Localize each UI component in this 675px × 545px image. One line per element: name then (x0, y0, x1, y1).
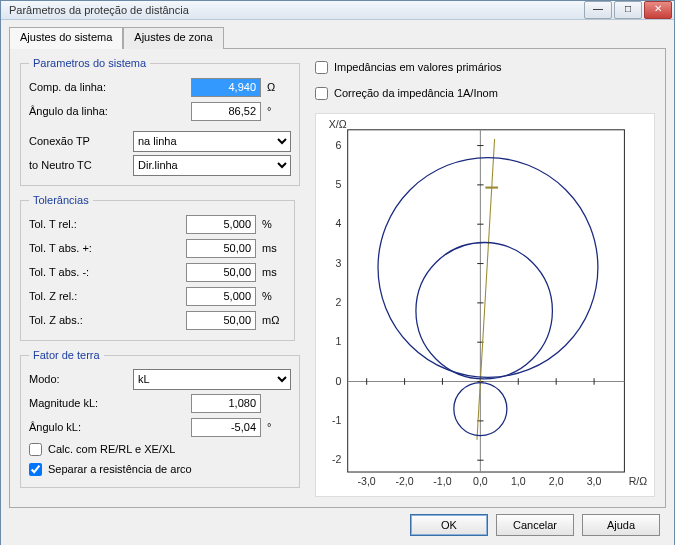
tab-panel: Parametros do sistema Comp. da linha: 4,… (9, 48, 666, 508)
tol-zrel-unit: % (260, 290, 286, 302)
help-button[interactable]: Ajuda (582, 514, 660, 536)
group-ground-factor: Fator de terra Modo: kL Magnitude kL: 1,… (20, 349, 300, 488)
ok-button[interactable]: OK (410, 514, 488, 536)
group-tolerances-legend: Tolerâncias (29, 194, 93, 206)
group-tolerances: Tolerâncias Tol. T rel.: 5,000 % Tol. T … (20, 194, 295, 341)
maximize-button[interactable]: □ (614, 1, 642, 19)
tol-tabsminus-input[interactable]: 50,00 (186, 263, 256, 282)
primary-values-checkbox[interactable]: Impedâncias em valores primários (315, 57, 655, 77)
tol-tabsminus-unit: ms (260, 266, 286, 278)
separate-arc-label: Separar a resistência de arco (48, 463, 192, 475)
tol-zrel-input[interactable]: 5,000 (186, 287, 256, 306)
svg-text:-1,0: -1,0 (433, 475, 451, 487)
tol-trel-unit: % (260, 218, 286, 230)
right-column: Impedâncias em valores primários Correçã… (315, 57, 655, 497)
tol-zrel-label: Tol. Z rel.: (29, 290, 129, 302)
svg-text:4: 4 (335, 217, 341, 229)
primary-values-label: Impedâncias em valores primários (334, 61, 502, 73)
magnitude-kl-label: Magnitude kL: (29, 397, 129, 409)
svg-text:3: 3 (335, 257, 341, 269)
svg-text:-2,0: -2,0 (395, 475, 413, 487)
tol-zabs-input[interactable]: 50,00 (186, 311, 256, 330)
svg-text:1,0: 1,0 (511, 475, 526, 487)
mode-select[interactable]: kL (133, 369, 291, 390)
correction-input[interactable] (315, 87, 328, 100)
group-ground-legend: Fator de terra (29, 349, 104, 361)
svg-text:R/Ω: R/Ω (629, 475, 648, 487)
calc-re-xe-checkbox[interactable]: Calc. com RE/RL e XE/XL (29, 439, 291, 459)
line-length-unit: Ω (265, 81, 291, 93)
svg-text:0: 0 (335, 375, 341, 387)
calc-re-xe-input[interactable] (29, 443, 42, 456)
separate-arc-checkbox[interactable]: Separar a resistência de arco (29, 459, 291, 479)
tabstrip: Ajustes do sistema Ajustes de zona (9, 26, 666, 48)
minimize-button[interactable]: — (584, 1, 612, 19)
tab-system-settings[interactable]: Ajustes do sistema (9, 27, 123, 49)
tol-tabsplus-unit: ms (260, 242, 286, 254)
client-area: Ajustes do sistema Ajustes de zona Param… (1, 20, 674, 545)
tol-tabsplus-label: Tol. T abs. +: (29, 242, 129, 254)
angle-kl-input[interactable]: -5,04 (191, 418, 261, 437)
chart-svg: -3,0-2,0-1,00,01,02,03,0-2-10123456X/ΩR/… (316, 114, 654, 496)
svg-text:0,0: 0,0 (473, 475, 488, 487)
tol-zabs-unit: mΩ (260, 314, 286, 326)
svg-text:2,0: 2,0 (549, 475, 564, 487)
group-system-params: Parametros do sistema Comp. da linha: 4,… (20, 57, 300, 186)
line-angle-label: Ângulo da linha: (29, 105, 129, 117)
window-title: Parâmetros da proteção de distância (9, 4, 584, 16)
impedance-chart: -3,0-2,0-1,00,01,02,03,0-2-10123456X/ΩR/… (315, 113, 655, 497)
svg-text:1: 1 (335, 335, 341, 347)
window-buttons: — □ ✕ (584, 1, 672, 19)
tol-tabsminus-label: Tol. T abs. -: (29, 266, 129, 278)
button-bar: OK Cancelar Ajuda (9, 508, 666, 542)
tp-connection-label: Conexão TP (29, 135, 129, 147)
mode-label: Modo: (29, 373, 129, 385)
left-column: Parametros do sistema Comp. da linha: 4,… (20, 57, 295, 497)
line-length-input[interactable]: 4,940 (191, 78, 261, 97)
tab-zone-settings[interactable]: Ajustes de zona (123, 27, 223, 49)
correction-checkbox[interactable]: Correção da impedância 1A/Inom (315, 83, 655, 103)
line-angle-unit: ° (265, 105, 291, 117)
correction-label: Correção da impedância 1A/Inom (334, 87, 498, 99)
svg-text:-3,0: -3,0 (358, 475, 376, 487)
svg-text:X/Ω: X/Ω (329, 118, 347, 130)
svg-text:5: 5 (335, 178, 341, 190)
separate-arc-input[interactable] (29, 463, 42, 476)
line-length-label: Comp. da linha: (29, 81, 129, 93)
primary-values-input[interactable] (315, 61, 328, 74)
tol-trel-label: Tol. T rel.: (29, 218, 129, 230)
svg-text:-2: -2 (332, 453, 342, 465)
svg-text:2: 2 (335, 296, 341, 308)
tp-connection-select[interactable]: na linha (133, 131, 291, 152)
tol-zabs-label: Tol. Z abs.: (29, 314, 129, 326)
svg-text:6: 6 (335, 139, 341, 151)
tol-trel-input[interactable]: 5,000 (186, 215, 256, 234)
group-system-legend: Parametros do sistema (29, 57, 150, 69)
svg-rect-0 (348, 130, 625, 472)
angle-kl-unit: ° (265, 421, 291, 433)
svg-text:3,0: 3,0 (587, 475, 602, 487)
tol-tabsplus-input[interactable]: 50,00 (186, 239, 256, 258)
angle-kl-label: Ângulo kL: (29, 421, 129, 433)
tc-neutral-select[interactable]: Dir.linha (133, 155, 291, 176)
dialog-window: Parâmetros da proteção de distância — □ … (0, 0, 675, 545)
magnitude-kl-input[interactable]: 1,080 (191, 394, 261, 413)
titlebar: Parâmetros da proteção de distância — □ … (1, 1, 674, 20)
cancel-button[interactable]: Cancelar (496, 514, 574, 536)
calc-re-xe-label: Calc. com RE/RL e XE/XL (48, 443, 175, 455)
line-angle-input[interactable]: 86,52 (191, 102, 261, 121)
svg-text:-1: -1 (332, 414, 342, 426)
close-button[interactable]: ✕ (644, 1, 672, 19)
tc-neutral-label: to Neutro TC (29, 159, 129, 171)
